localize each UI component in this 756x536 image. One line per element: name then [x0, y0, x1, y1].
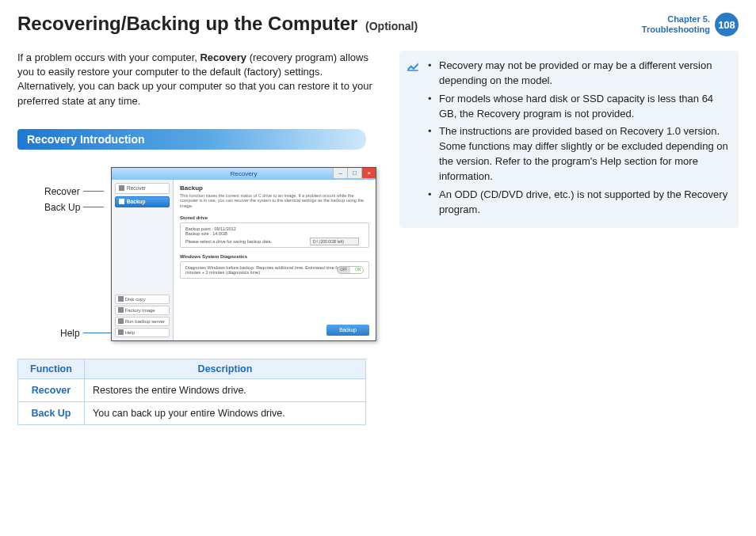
- toggle-on-label: ON: [355, 268, 361, 272]
- sidebar-item-backup[interactable]: Backup: [115, 196, 170, 207]
- backup-size: Backup size : 14.0GB: [185, 231, 364, 236]
- diag-heading: Windows System Diagnostics: [180, 254, 369, 259]
- drive-dropdown-value: D:\ (200.0GB left): [313, 239, 344, 244]
- page-title-group: Recovering/Backing up the Computer (Opti…: [17, 13, 418, 35]
- page-header: Recovering/Backing up the Computer (Opti…: [17, 13, 739, 36]
- th-description: Description: [85, 359, 366, 378]
- stored-drive-heading: Stored drive: [180, 215, 369, 220]
- sidebar-item-recover[interactable]: Recover: [115, 183, 170, 194]
- fn-backup: Back Up: [18, 401, 85, 424]
- sidebar-backup-label: Backup: [127, 199, 145, 204]
- desc-backup: You can back up your entire Windows driv…: [85, 401, 366, 424]
- th-function: Function: [18, 359, 85, 378]
- minimize-button[interactable]: –: [333, 168, 347, 178]
- callout-backup-label: Back Up: [44, 202, 80, 213]
- app-sidebar: Recover Backup Disk copy Factory image R…: [112, 180, 174, 340]
- sidebar-factory-image[interactable]: Factory image: [115, 306, 170, 315]
- page-title: Recovering/Backing up the Computer: [17, 13, 357, 34]
- recover-icon: [119, 185, 124, 191]
- callout-recover-label: Recover: [44, 186, 80, 197]
- backup-info-panel: Backup point : 09/11/2012 Backup size : …: [180, 222, 369, 248]
- app-main: Backup This function saves the current s…: [174, 180, 376, 340]
- table-row: Recover Restores the entire Windows driv…: [18, 378, 366, 401]
- diag-desc: Diagnoses Windows before backup. Require…: [185, 265, 360, 275]
- note-item: The instructions are provided based on R…: [428, 124, 729, 184]
- section-heading: Recovery Introduction: [17, 129, 366, 150]
- sidebar-help-label: Help: [125, 330, 135, 335]
- sidebar-server-label: Run backup server: [125, 319, 165, 324]
- app-title: Recovery: [231, 170, 258, 177]
- table-row: Back Up You can back up your entire Wind…: [18, 401, 366, 424]
- function-table: Function Description Recover Restores th…: [17, 359, 366, 425]
- factory-icon: [118, 307, 124, 313]
- backup-button[interactable]: Backup: [326, 325, 369, 336]
- callout-help-label: Help: [60, 328, 80, 339]
- sidebar-factory-label: Factory image: [125, 308, 155, 313]
- chapter-block: Chapter 5. Troubleshooting 108: [642, 13, 739, 36]
- disk-icon: [118, 296, 124, 302]
- backup-icon: [119, 199, 124, 204]
- page-title-suffix: (Optional): [365, 20, 418, 32]
- callout-help: Help: [60, 328, 116, 339]
- intro-bold: Recovery: [200, 51, 246, 63]
- app-main-desc: This function saves the current status o…: [180, 193, 369, 209]
- chapter-line-2: Troubleshooting: [642, 25, 710, 35]
- page-number-badge: 108: [715, 13, 739, 36]
- sidebar-recover-label: Recover: [127, 185, 146, 191]
- help-icon: [118, 329, 124, 335]
- app-titlebar: Recovery – □ ×: [112, 168, 376, 180]
- note-item: For models whose hard disk or SSD capaci…: [428, 92, 729, 122]
- select-drive-text: Please select a drive for saving backup …: [185, 239, 272, 244]
- maximize-button[interactable]: □: [347, 168, 361, 178]
- fn-recover: Recover: [18, 378, 85, 401]
- app-main-heading: Backup: [180, 184, 369, 192]
- chapter-text: Chapter 5. Troubleshooting: [642, 14, 710, 35]
- sidebar-help[interactable]: Help: [115, 328, 170, 337]
- note-icon: [406, 59, 420, 73]
- sidebar-disk-copy-label: Disk copy: [125, 297, 146, 302]
- recovery-app-window: Recovery – □ × Recover Backup Disk copy: [111, 167, 376, 341]
- diag-panel: Diagnoses Windows before backup. Require…: [180, 261, 369, 279]
- server-icon: [118, 318, 124, 324]
- backup-button-label: Backup: [339, 327, 357, 333]
- sidebar-disk-copy[interactable]: Disk copy: [115, 295, 170, 304]
- note-box: Recovery may not be provided or may be a…: [399, 51, 739, 228]
- intro-paragraph: If a problem occurs with your computer, …: [17, 51, 382, 108]
- screenshot-area: Recover Back Up Help Recovery – □ ×: [17, 167, 382, 349]
- toggle-off-label: OFF: [340, 268, 347, 272]
- window-buttons: – □ ×: [333, 168, 376, 178]
- sidebar-run-server[interactable]: Run backup server: [115, 317, 170, 326]
- callout-backup: Back Up: [44, 202, 104, 213]
- chapter-line-1: Chapter 5.: [642, 14, 710, 25]
- note-item: An ODD (CD/DVD drive, etc.) is not suppo…: [428, 188, 729, 218]
- intro-part1: If a problem occurs with your computer,: [17, 51, 200, 63]
- desc-recover: Restores the entire Windows drive.: [85, 378, 366, 401]
- close-button[interactable]: ×: [361, 168, 376, 178]
- callout-recover: Recover: [44, 186, 104, 197]
- diag-toggle[interactable]: OFF ON: [337, 266, 364, 274]
- note-item: Recovery may not be provided or may be a…: [428, 59, 729, 89]
- drive-dropdown[interactable]: D:\ (200.0GB left): [310, 238, 359, 245]
